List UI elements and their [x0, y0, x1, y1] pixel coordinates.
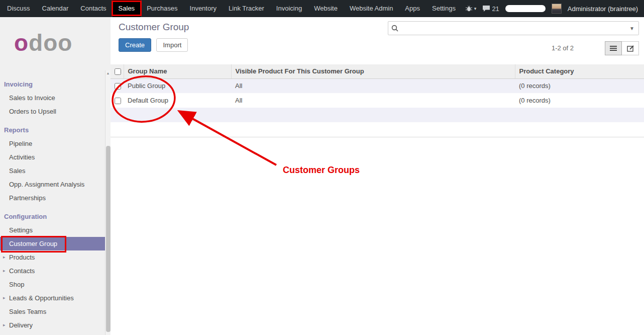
- main-content: Customer Group ▼ Create Import 1-2 of 2: [111, 17, 644, 335]
- sidebar-item-partnerships[interactable]: Partnerships: [0, 191, 105, 205]
- form-view-icon: [627, 45, 634, 52]
- sidebar-item-orders-to-upsell[interactable]: Orders to Upsell: [0, 105, 105, 118]
- sidebar-item-label: Shop: [9, 281, 24, 288]
- search-input[interactable]: [401, 23, 628, 34]
- menu-website[interactable]: Website: [308, 0, 344, 17]
- row-checkbox[interactable]: [115, 98, 121, 104]
- search-dropdown-toggle[interactable]: ▼: [628, 26, 635, 31]
- menu-website-admin[interactable]: Website Admin: [344, 0, 399, 17]
- menu-settings[interactable]: Settings: [426, 0, 462, 17]
- chevron-right-icon: ▸: [3, 250, 6, 264]
- sidebar-item-label: Activities: [9, 153, 35, 161]
- column-header-product-category[interactable]: Product Category: [515, 64, 644, 78]
- status-pill: [505, 5, 546, 12]
- create-button[interactable]: Create: [119, 38, 151, 52]
- sidebar-item-label: Sales: [9, 167, 26, 175]
- sidebar-item-shop[interactable]: Shop: [0, 278, 105, 291]
- list-header-row: Group Name Visible Product For This Cust…: [111, 64, 644, 78]
- pager[interactable]: 1-2 of 2: [552, 44, 574, 52]
- sidebar-item-label: Leads & Opportunities: [9, 294, 74, 302]
- sidebar-item-label: Opp. Assignment Analysis: [9, 181, 84, 188]
- empty-row: [111, 122, 644, 137]
- menu-calendar[interactable]: Calendar: [36, 0, 75, 17]
- column-header-visible-product[interactable]: Visible Product For This Customer Group: [231, 64, 515, 78]
- user-avatar[interactable]: [552, 4, 562, 14]
- user-menu[interactable]: Administrator (braintree): [568, 5, 638, 13]
- sidebar-item-contacts[interactable]: ▸Contacts: [0, 264, 105, 278]
- sidebar-item-label: Orders to Upsell: [9, 108, 56, 115]
- search-box: ▼: [388, 21, 639, 35]
- sidebar-item-label: Settings: [9, 226, 33, 234]
- sidebar-scrollbar[interactable]: ▲: [105, 70, 111, 335]
- chevron-right-icon: ▸: [3, 264, 6, 278]
- sidebar-item-label: Delivery: [9, 321, 33, 329]
- menu-sales[interactable]: Sales: [113, 0, 141, 17]
- page-title: Customer Group: [119, 22, 189, 33]
- menu-invoicing[interactable]: Invoicing: [270, 0, 308, 17]
- topbar-right: ▾ 21 Administrator (braintree): [465, 4, 644, 14]
- sidebar-item-opp-assignment-analysis[interactable]: Opp. Assignment Analysis: [0, 178, 105, 191]
- chevron-down-icon: ▾: [474, 6, 477, 11]
- odoo-logo: odoo: [14, 23, 111, 62]
- menu-link-tracker[interactable]: Link Tracker: [223, 0, 270, 17]
- table-row[interactable]: Default Group All (0 records): [111, 93, 644, 108]
- sidebar-item-label: Products: [9, 254, 35, 261]
- section-title-configuration: Configuration: [0, 210, 111, 223]
- section-title-invoicing: Invoicing: [0, 77, 111, 91]
- list-view-button[interactable]: [605, 41, 622, 55]
- main-menu: Discuss Calendar Contacts Sales Purchase…: [1, 0, 462, 17]
- cell-group-name[interactable]: Default Group: [124, 93, 231, 108]
- scrollbar-thumb[interactable]: [106, 146, 111, 332]
- menu-apps[interactable]: Apps: [399, 0, 426, 17]
- bug-icon: [465, 6, 473, 12]
- sidebar-item-label: Sales Teams: [9, 308, 46, 315]
- sidebar-item-sales-to-invoice[interactable]: Sales to Invoice: [0, 91, 105, 105]
- chevron-right-icon: ▸: [3, 291, 6, 305]
- menu-discuss[interactable]: Discuss: [1, 0, 36, 17]
- cell-visible-product[interactable]: All: [231, 93, 515, 108]
- empty-row: [111, 108, 644, 122]
- sidebar-item-label: Contacts: [9, 267, 35, 275]
- search-icon: [391, 25, 398, 32]
- sidebar-item-label: Sales to Invoice: [9, 94, 55, 102]
- import-button[interactable]: Import: [156, 38, 188, 52]
- menu-contacts[interactable]: Contacts: [74, 0, 112, 17]
- list-view-icon: [610, 45, 617, 51]
- messages-button[interactable]: 21: [482, 5, 499, 13]
- sidebar-item-delivery[interactable]: ▸Delivery: [0, 318, 105, 332]
- debug-bug-icon[interactable]: ▾: [465, 6, 477, 12]
- sidebar-item-sales-teams[interactable]: Sales Teams: [0, 305, 105, 318]
- logo-letter: o: [14, 29, 29, 56]
- sidebar-item-activities[interactable]: Activities: [0, 150, 105, 164]
- view-switcher: [605, 41, 639, 55]
- sidebar-item-settings[interactable]: Settings: [0, 223, 105, 237]
- sidebar-item-label: Pipeline: [9, 140, 32, 147]
- sidebar-item-label: Customer Group: [9, 240, 57, 247]
- cell-product-category[interactable]: (0 records): [515, 78, 644, 93]
- topbar: Discuss Calendar Contacts Sales Purchase…: [0, 0, 644, 17]
- cell-visible-product[interactable]: All: [231, 78, 515, 93]
- table-row[interactable]: Public Group All (0 records): [111, 78, 644, 93]
- form-view-button[interactable]: [622, 41, 639, 55]
- sidebar-item-label: Partnerships: [9, 194, 46, 202]
- cell-group-name[interactable]: Public Group: [124, 78, 231, 93]
- menu-purchases[interactable]: Purchases: [141, 0, 183, 17]
- sidebar-item-pipeline[interactable]: Pipeline: [0, 137, 105, 150]
- sidebar-item-leads-opportunities[interactable]: ▸Leads & Opportunities: [0, 291, 105, 305]
- cell-product-category[interactable]: (0 records): [515, 93, 644, 108]
- sidebar: odoo Invoicing Sales to Invoice Orders t…: [0, 17, 111, 335]
- section-title-reports: Reports: [0, 123, 111, 137]
- messages-count: 21: [492, 5, 499, 13]
- sidebar-item-products[interactable]: ▸Products: [0, 250, 105, 264]
- sidebar-item-sales[interactable]: Sales: [0, 164, 105, 178]
- select-all-checkbox[interactable]: [115, 68, 121, 75]
- logo-letters: doo: [29, 29, 72, 56]
- menu-inventory[interactable]: Inventory: [184, 0, 223, 17]
- chevron-right-icon: ▸: [3, 318, 6, 332]
- chat-bubble-icon: [482, 5, 490, 12]
- sidebar-item-customer-group[interactable]: Customer Group: [0, 237, 105, 250]
- column-header-group-name[interactable]: Group Name: [124, 64, 231, 78]
- row-checkbox[interactable]: [115, 83, 121, 90]
- scroll-up-icon[interactable]: ▲: [105, 70, 111, 76]
- customer-group-list: Group Name Visible Product For This Cust…: [111, 64, 644, 137]
